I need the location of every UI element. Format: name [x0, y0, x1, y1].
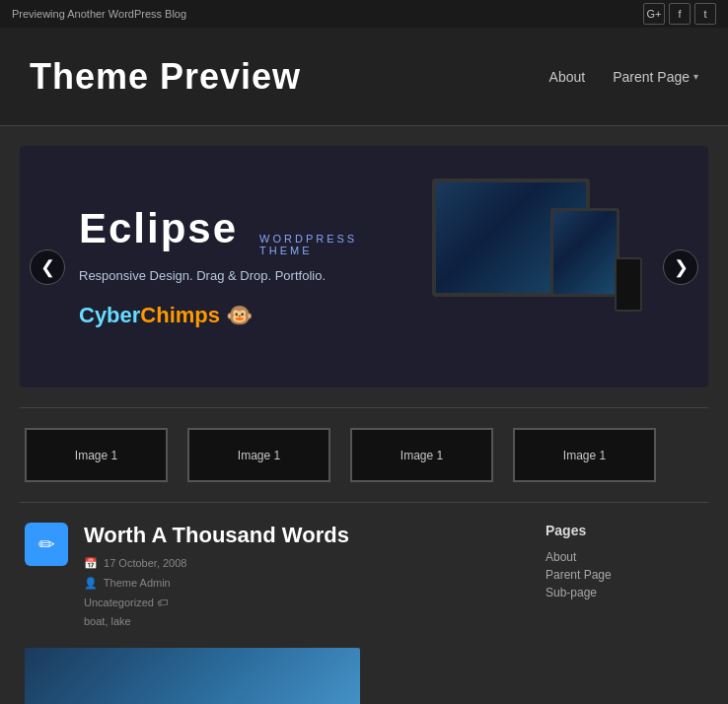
post-meta: 📅 17 October, 2008 👤 Theme Admin Uncateg…	[84, 554, 349, 632]
slider-description: Responsive Design. Drag & Drop. Portfoli…	[79, 268, 364, 283]
phone-icon	[615, 257, 642, 312]
slider-content: Eclipse WORDPRESS THEME Responsive Desig…	[20, 178, 708, 356]
sidebar-link-parent-page[interactable]: Parent Page	[546, 566, 703, 584]
pages-widget-title: Pages	[546, 523, 703, 538]
slider-image	[364, 178, 649, 356]
thumbnails-section: Image 1 Image 1 Image 1 Image 1	[0, 408, 728, 502]
tablet-icon	[550, 208, 619, 297]
dropdown-arrow-icon: ▾	[693, 71, 698, 82]
facebook-icon[interactable]: f	[669, 3, 691, 25]
slider-prev-button[interactable]: ❮	[30, 249, 65, 285]
nav-parent-page[interactable]: Parent Page ▾	[613, 69, 698, 85]
device-mockup	[432, 178, 649, 356]
thumbnail-3[interactable]: Image 1	[350, 428, 493, 482]
sidebar-link-about[interactable]: About	[546, 548, 703, 566]
hero-slider: ❮ Eclipse WORDPRESS THEME Responsive Des…	[20, 146, 708, 387]
cyberchimps-logo: CyberChimps 🐵	[79, 303, 364, 328]
twitter-icon[interactable]: t	[694, 3, 716, 25]
slider-text: Eclipse WORDPRESS THEME Responsive Desig…	[79, 205, 364, 328]
sidebar: Pages About Parent Page Sub-page	[546, 523, 703, 704]
author-icon: 👤	[84, 577, 98, 589]
lower-section: ✏ Worth A Thousand Words 📅 17 October, 2…	[0, 503, 728, 704]
main-nav: About Parent Page ▾	[549, 69, 698, 85]
admin-bar: Previewing Another WordPress Blog G+ f t	[0, 0, 728, 28]
site-title: Theme Preview	[30, 56, 301, 98]
admin-bar-text: Previewing Another WordPress Blog	[12, 8, 186, 20]
post-title: Worth A Thousand Words	[84, 523, 349, 548]
eclipse-title: Eclipse	[79, 205, 238, 252]
header: Theme Preview About Parent Page ▾	[0, 28, 728, 126]
post-header: ✏ Worth A Thousand Words 📅 17 October, 2…	[25, 523, 516, 632]
category-icon: 🏷	[157, 597, 168, 608]
post-icon: ✏	[25, 523, 68, 566]
nav-about[interactable]: About	[549, 69, 586, 85]
google-plus-icon[interactable]: G+	[643, 3, 665, 25]
slider-next-button[interactable]: ❯	[663, 249, 698, 285]
thumbnail-2[interactable]: Image 1	[187, 428, 330, 482]
calendar-icon: 📅	[84, 557, 98, 569]
post-image	[25, 648, 360, 704]
post-header-text: Worth A Thousand Words 📅 17 October, 200…	[84, 523, 349, 632]
main-content: ✏ Worth A Thousand Words 📅 17 October, 2…	[25, 523, 516, 704]
wordpress-theme-label: WORDPRESS THEME	[259, 233, 364, 256]
thumbnail-4[interactable]: Image 1	[513, 428, 656, 482]
sidebar-link-sub-page[interactable]: Sub-page	[546, 584, 703, 601]
thumbnail-1[interactable]: Image 1	[25, 428, 168, 482]
social-icons: G+ f t	[643, 3, 716, 25]
